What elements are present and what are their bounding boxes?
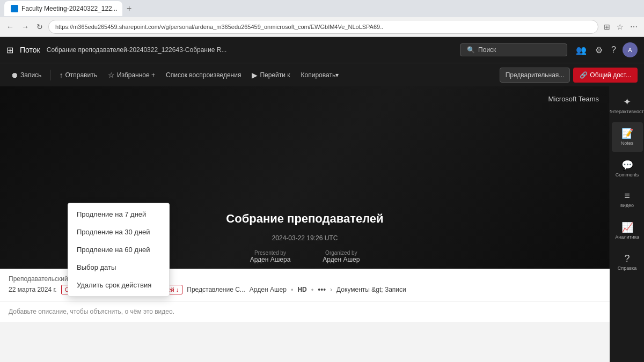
preview-button[interactable]: Предварительная... (500, 68, 570, 83)
sidebar-item-help[interactable]: ? Справка (612, 248, 643, 277)
search-placeholder: Поиск (478, 46, 496, 54)
context-menu: Продление на 7 дней Продление на 30 дней… (68, 203, 170, 297)
context-menu-item-remove[interactable]: Удалить срок действия (68, 276, 169, 294)
goto-label: Перейти к (260, 71, 290, 79)
sidebar-label-notes: Notes (621, 141, 634, 146)
video-quality: HD (297, 286, 306, 293)
search-box[interactable]: 🔍 Поиск (460, 43, 567, 56)
help-icon: ? (624, 253, 630, 264)
chapters-icon: ≡ (624, 190, 630, 202)
video-title: Собрание преподавателей (226, 212, 383, 226)
nav-back-button[interactable]: ← (4, 20, 16, 33)
browser-chrome: Faculty Meeting-20240322_122... ✕ + ← → … (0, 0, 644, 37)
share-people-button[interactable]: 👥 (574, 43, 589, 57)
tab-favicon (11, 5, 18, 12)
sidebar-item-interactive[interactable]: ✦ Интерактивность (612, 91, 643, 120)
video-date: 22 марта 2024 г. (9, 286, 57, 293)
waffle-icon[interactable]: ⊞ (6, 45, 13, 55)
copy-label: Копировать▾ (301, 71, 339, 79)
tab-title: Faculty Meeting-20240322_122... (21, 5, 118, 12)
sidebar-label-help: Справка (618, 265, 636, 271)
new-tab-button[interactable]: + (127, 4, 131, 13)
share-button[interactable]: 🔗 Общий дост... (573, 68, 638, 83)
app-breadcrumb: Собрание преподавателей-20240322_122643-… (47, 46, 453, 54)
nav-forward-button[interactable]: → (19, 20, 31, 33)
presented-by-role: Presented by (254, 250, 286, 256)
context-menu-item-extend30[interactable]: Продление на 30 дней (68, 223, 169, 241)
browser-toolbar: ⊞ ☆ ⋯ (602, 20, 640, 33)
sidebar-item-notes[interactable]: 📝 Notes (612, 122, 643, 152)
organized-by-role: Organized by (325, 250, 357, 256)
copy-button[interactable]: Копировать▾ (297, 68, 343, 82)
send-icon: ↑ (59, 71, 63, 79)
playlist-label: Список воспроизведения (166, 71, 241, 79)
topbar-icons: 👥 ⚙ ? A (574, 42, 638, 57)
toolbar-right: Предварительная... 🔗 Общий дост... (500, 68, 638, 83)
analytics-icon: 📈 (621, 221, 633, 233)
avatar[interactable]: A (623, 42, 638, 57)
browser-favorites-btn[interactable]: ☆ (614, 20, 626, 33)
preview-label: Предварительная... (506, 71, 565, 79)
favorites-icon: ☆ (108, 71, 115, 79)
send-button[interactable]: ↑ Отправить (55, 68, 101, 83)
comments-icon: 💬 (621, 159, 633, 171)
address-text: https://m365edu265459.sharepoint.com/v/g… (55, 24, 383, 30)
secondary-toolbar: ⏺ Запись ↑ Отправить ☆ Избранное + Списо… (0, 63, 644, 86)
description-text: Добавьте описание, чтобы объяснить, о чё… (9, 308, 174, 315)
address-bar[interactable]: https://m365edu265459.sharepoint.com/v/g… (48, 20, 598, 34)
search-icon: 🔍 (467, 46, 475, 54)
context-menu-item-extend60[interactable]: Продление на 60 дней (68, 241, 169, 258)
sidebar-item-comments[interactable]: 💬 Comments (612, 154, 643, 183)
app-topbar: ⊞ Поток Собрание преподавателей-20240322… (0, 37, 644, 63)
address-bar-row: ← → ↻ https://m365edu265459.sharepoint.c… (0, 17, 644, 36)
video-nav-arrow: › (330, 286, 332, 293)
video-breadcrumb: Документы &gt; Записи (336, 286, 406, 293)
sidebar-label-analytics: Аналитика (615, 234, 639, 240)
context-menu-item-pickdate[interactable]: Выбор даты (68, 258, 169, 276)
send-label: Отправить (65, 71, 97, 79)
help-button[interactable]: ? (609, 43, 618, 57)
record-icon: ⏺ (11, 71, 18, 79)
playlist-button[interactable]: Список воспроизведения (162, 68, 245, 82)
presented-by-name: Арден Ашера (250, 256, 291, 263)
presented-by-block: Presented by Арден Ашера (250, 250, 291, 263)
interactive-icon: ✦ (623, 96, 631, 108)
video-presenter-name[interactable]: Арден Ашер (250, 286, 287, 293)
sidebar-item-chapters[interactable]: ≡ видео (612, 185, 643, 214)
video-datetime: 2024-03-22 19:26 UTC (272, 234, 338, 242)
settings-button[interactable]: ⚙ (593, 43, 605, 57)
nav-refresh-button[interactable]: ↻ (34, 20, 45, 33)
video-description: Добавьте описание, чтобы объяснить, о чё… (0, 301, 610, 322)
video-more-options[interactable]: ••• (318, 285, 326, 294)
teams-logo: Microsoft Teams (548, 95, 599, 103)
context-menu-item-extend7[interactable]: Продление на 7 дней (68, 205, 169, 223)
active-tab[interactable]: Faculty Meeting-20240322_122... ✕ (4, 1, 122, 16)
sidebar-label-interactive: Интерактивность (608, 109, 644, 115)
sidebar-label-chapters: видео (620, 203, 634, 209)
record-label: Запись (20, 71, 41, 79)
goto-button[interactable]: ▶ Перейти к (247, 68, 294, 83)
tab-bar: Faculty Meeting-20240322_122... ✕ + (0, 0, 644, 17)
goto-icon: ▶ (252, 71, 258, 79)
share-label: Общий дост... (590, 71, 631, 79)
organized-by-name: Арден Ашер (323, 256, 360, 263)
app-name: Поток (20, 46, 40, 54)
favorites-button[interactable]: ☆ Избранное + (104, 68, 159, 83)
organized-by-block: Organized by Арден Ашер (323, 250, 360, 263)
separator-1 (50, 70, 50, 80)
browser-menu-btn[interactable]: ⋯ (628, 20, 640, 33)
sidebar-label-comments: Comments (616, 172, 639, 178)
sidebar-item-analytics[interactable]: 📈 Аналитика (612, 216, 643, 246)
app-layout: ⊞ Поток Собрание преподавателей-20240322… (0, 37, 644, 362)
share-icon: 🔗 (580, 71, 588, 79)
favorites-label: Избранное + (117, 71, 155, 79)
right-sidebar: ✦ Интерактивность 📝 Notes 💬 Comments ≡ в… (610, 86, 644, 362)
record-button[interactable]: ⏺ Запись (6, 68, 46, 83)
video-presenter-link: Представление С... (187, 286, 245, 293)
browser-extensions-btn[interactable]: ⊞ (602, 20, 612, 33)
notes-icon: 📝 (621, 128, 633, 139)
video-presenters: Presented by Арден Ашера Organized by Ар… (250, 250, 360, 263)
